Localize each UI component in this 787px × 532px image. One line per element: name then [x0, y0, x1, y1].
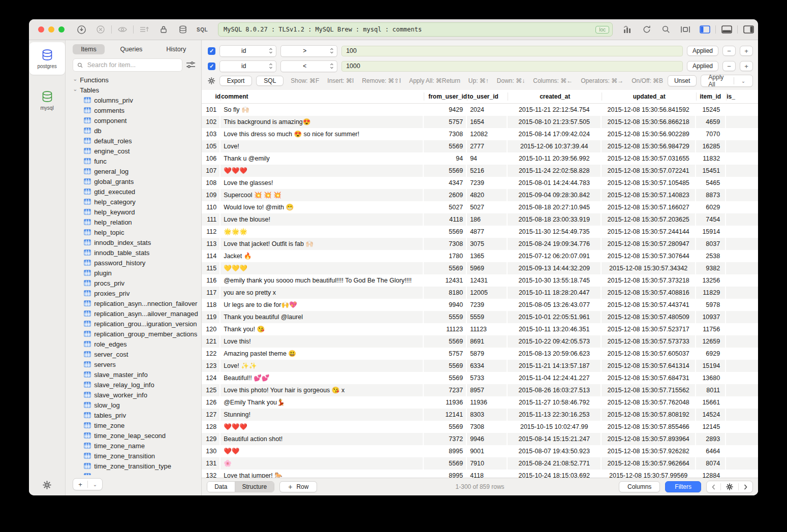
cell-comment[interactable]: Stunning! [221, 409, 424, 421]
column-header-comment[interactable]: comment [221, 92, 424, 101]
table-row[interactable]: 101So fly 🙌🏻942920242015-11-21 22:12:54.… [202, 104, 758, 116]
cell-updated_at[interactable]: 2015-12-08 15:30:56.841592 [602, 104, 696, 116]
cell-item_id[interactable]: 4659 [696, 116, 726, 128]
cell-updated_at[interactable]: 2015-12-08 15:30:57.99569 [602, 470, 696, 478]
sidebar-item-innodb_index_stats[interactable]: innodb_index_stats [73, 237, 201, 247]
apply-all-button[interactable]: Apply All [701, 74, 734, 88]
sidebar-item-replication_group_member_actions[interactable]: replication_group_member_actions [73, 329, 201, 339]
cell-item_id[interactable]: 7454 [696, 213, 726, 226]
cell-is_[interactable] [726, 409, 744, 421]
cell-id[interactable]: 130 [202, 445, 221, 457]
cell-comment[interactable]: 🌟🌟🌟 [221, 226, 424, 238]
cell-updated_at[interactable]: 2015-12-08 15:30:57.307644 [602, 250, 696, 262]
cell-item_id[interactable]: 14524 [696, 409, 726, 421]
cell-created_at[interactable]: 2015-08-07 19:43:50.923 [508, 445, 602, 457]
cell-updated_at[interactable]: 2015-12-08 15:30:57.605037 [602, 348, 696, 360]
cell-created_at[interactable]: 2015-08-24 19:09:34.776 [508, 238, 602, 250]
cell-id[interactable]: 106 [202, 152, 221, 165]
cell-to_user_id[interactable]: 4877 [467, 226, 508, 238]
sidebar-item-user[interactable]: user [73, 471, 201, 475]
cell-to_user_id[interactable]: 6334 [467, 360, 508, 372]
cell-item_id[interactable]: 13256 [696, 274, 726, 287]
filter-1-operator-select[interactable]: > [280, 45, 337, 57]
sidebar-item-plugin[interactable]: plugin [73, 268, 201, 278]
sidebar-item-slave_master_info[interactable]: slave_master_info [73, 369, 201, 380]
sidebar-item-help_topic[interactable]: help_topic [73, 227, 201, 237]
cell-is_[interactable] [726, 140, 744, 152]
cell-created_at[interactable]: 2015-11-27 10:58:46.792 [508, 396, 602, 409]
next-page-button[interactable] [739, 484, 752, 490]
cell-updated_at[interactable]: 2015-12-08 15:30:57.893964 [602, 433, 696, 445]
cell-is_[interactable] [726, 226, 744, 238]
table-row[interactable]: 103Love this dress so much 😍 so nice for… [202, 128, 758, 140]
preview-eye-icon[interactable] [113, 23, 132, 36]
cell-is_[interactable] [726, 152, 744, 165]
cell-created_at[interactable]: 2015-11-04 12:24:41.227 [508, 372, 602, 384]
cell-to_user_id[interactable]: 186 [467, 213, 508, 226]
sidebar-item-replication_grou...iguration_version[interactable]: replication_grou...iguration_version [73, 319, 201, 329]
table-row[interactable]: 110Would love to! @mith 😁502750272015-08… [202, 201, 758, 213]
cell-comment[interactable]: Thank you beautiful @laurel [221, 311, 424, 323]
sidebar-item-component[interactable]: component [73, 115, 201, 126]
column-header-updated_at[interactable]: updated_at [602, 92, 696, 101]
apply-all-menu-button[interactable]: ⌄ [734, 78, 752, 84]
cell-comment[interactable]: Amazing pastel theme 😃 [221, 348, 424, 360]
cell-updated_at[interactable]: 2015-12-08 15:30:57.072241 [602, 165, 696, 177]
cell-is_[interactable] [726, 274, 744, 287]
add-item-button[interactable]: + [73, 481, 87, 488]
cell-id[interactable]: 127 [202, 409, 221, 421]
search-box[interactable] [73, 58, 182, 72]
table-row[interactable]: 131🌸556979102015-08-24 21:08:52.7712015-… [202, 457, 758, 470]
cell-from_user_id[interactable]: 8180 [424, 287, 467, 299]
cell-created_at[interactable]: 2015-10-11 20:39:56.992 [508, 152, 602, 165]
tab-structure[interactable]: Structure [235, 482, 274, 492]
sidebar-item-proxies_priv[interactable]: proxies_priv [73, 288, 201, 298]
search-icon[interactable] [656, 23, 676, 36]
cell-created_at[interactable]: 2015-11-30 12:54:49.735 [508, 226, 602, 238]
cell-id[interactable]: 105 [202, 140, 221, 152]
column-header-is_[interactable]: is_ [726, 92, 744, 101]
cell-id[interactable]: 132 [202, 470, 221, 478]
cell-from_user_id[interactable]: 94 [424, 152, 467, 165]
cell-comment[interactable]: ❤️❤️ [221, 445, 424, 457]
cell-created_at[interactable]: 2015-11-21 22:12:54.754 [508, 104, 602, 116]
cell-id[interactable]: 129 [202, 433, 221, 445]
toggle-bottom-panel-icon[interactable] [717, 23, 736, 36]
cell-comment[interactable]: Love! ✨✨ [221, 360, 424, 372]
cell-from_user_id[interactable]: 2609 [424, 189, 467, 201]
filter-2-remove-button[interactable]: − [722, 61, 736, 71]
cell-id[interactable]: 125 [202, 384, 221, 396]
sidebar-item-time_zone_transition_type[interactable]: time_zone_transition_type [73, 461, 201, 471]
cell-comment[interactable]: Would love to! @mith 😁 [221, 201, 424, 213]
cell-is_[interactable] [726, 445, 744, 457]
column-header-created_at[interactable]: created_at [508, 92, 602, 101]
sidebar-item-columns_priv[interactable]: columns_priv [73, 95, 201, 105]
cell-id[interactable]: 101 [202, 104, 221, 116]
cell-to_user_id[interactable]: 4118 [467, 470, 508, 478]
table-row[interactable]: 115💛💛💛556959692015-09-13 14:44:32.209201… [202, 262, 758, 274]
filter-1-value-input[interactable] [341, 46, 683, 56]
cell-id[interactable]: 121 [202, 335, 221, 348]
cell-to_user_id[interactable]: 8691 [467, 335, 508, 348]
cell-to_user_id[interactable]: 12431 [467, 274, 508, 287]
sidebar-item-time_zone_transition[interactable]: time_zone_transition [73, 451, 201, 461]
cell-created_at[interactable]: 2015-08-13 20:59:06.623 [508, 348, 602, 360]
cell-id[interactable]: 110 [202, 201, 221, 213]
cell-from_user_id[interactable]: 12431 [424, 274, 467, 287]
column-header-to_user_id[interactable]: to_user_id [467, 92, 508, 101]
cell-is_[interactable] [726, 470, 744, 478]
sidebar-item-password_history[interactable]: password_history [73, 258, 201, 268]
cell-item_id[interactable]: 12884 [696, 470, 726, 478]
cell-comment[interactable]: Love the blouse! [221, 213, 424, 226]
cell-is_[interactable] [726, 360, 744, 372]
cell-from_user_id[interactable]: 5757 [424, 348, 467, 360]
cell-updated_at[interactable]: 2015-12-08 15:30:57.715562 [602, 384, 696, 396]
cell-created_at[interactable]: 2015-09-13 14:44:32.209 [508, 262, 602, 274]
sidebar-item-global_grants[interactable]: global_grants [73, 176, 201, 186]
sidebar-item-comments[interactable]: comments [73, 105, 201, 115]
cell-comment[interactable]: you are so pretty x [221, 287, 424, 299]
cell-is_[interactable] [726, 457, 744, 470]
cell-comment[interactable]: Jacket 🔥 [221, 250, 424, 262]
cell-to_user_id[interactable]: 2777 [467, 140, 508, 152]
previous-page-button[interactable] [707, 484, 720, 490]
